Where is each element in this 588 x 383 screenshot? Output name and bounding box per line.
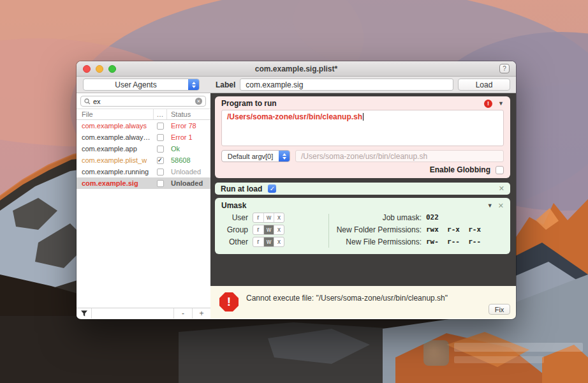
window-title: com.example.sig.plist* bbox=[77, 64, 516, 73]
list-row[interactable]: com.example.sigUnloaded bbox=[77, 177, 210, 189]
list-row[interactable]: com.example.appOk bbox=[77, 143, 210, 154]
argv-input[interactable]: /Users/soma-zone/usr/bin/cleanup.sh bbox=[295, 150, 504, 162]
row-checkbox-cell bbox=[153, 166, 167, 177]
segment-w[interactable]: w bbox=[263, 237, 274, 246]
main-panel: Program to run ! ▼ /Users/soma-zone/usr/… bbox=[210, 93, 516, 319]
divider bbox=[328, 214, 329, 248]
row-status: Ok bbox=[167, 145, 210, 153]
segment-w[interactable]: w bbox=[263, 213, 274, 222]
remove-job-button[interactable]: - bbox=[173, 308, 192, 319]
list-header[interactable]: File … Status bbox=[77, 109, 210, 120]
program-to-run-section: Program to run ! ▼ /Users/soma-zone/usr/… bbox=[215, 96, 510, 178]
help-icon[interactable]: ? bbox=[499, 64, 510, 73]
argv-popup[interactable]: Default argv[0] bbox=[221, 150, 290, 162]
row-checkbox[interactable] bbox=[157, 180, 164, 187]
column-header-status[interactable]: Status bbox=[167, 110, 210, 118]
argv-popup-label: Default argv[0] bbox=[222, 153, 279, 160]
column-header-file[interactable]: File bbox=[77, 110, 153, 118]
close-section-icon[interactable]: ✕ bbox=[498, 202, 504, 210]
row-status: Unloaded bbox=[167, 179, 210, 187]
list-row[interactable]: com.example.alwaysError 78 bbox=[77, 120, 210, 131]
umask-row-group: Grouprwx bbox=[221, 225, 322, 234]
segment-x[interactable]: x bbox=[274, 225, 284, 234]
row-checkbox-cell bbox=[153, 143, 167, 154]
segment-x[interactable]: x bbox=[274, 213, 284, 222]
column-header-check[interactable]: … bbox=[153, 109, 167, 119]
row-status: Error 1 bbox=[167, 133, 210, 141]
info-label: New File Permissions: bbox=[335, 237, 422, 246]
disclosure-triangle-icon[interactable]: ▼ bbox=[498, 100, 504, 107]
error-message: Cannot execute file: "/Users/soma-zone/u… bbox=[246, 294, 448, 303]
user-agents-popup-label: User Agents bbox=[84, 80, 188, 89]
info-value: rwx r-x r-x bbox=[426, 225, 504, 234]
row-file-name: com.example.always bbox=[77, 122, 153, 130]
rwx-segmented-control: rwx bbox=[253, 237, 284, 247]
error-badge-icon: ! bbox=[484, 100, 492, 108]
label-input[interactable]: com.example.sig bbox=[240, 79, 453, 91]
segment-r[interactable]: r bbox=[253, 225, 263, 234]
umask-info-row: New Folder Permissions:rwx r-x r-x bbox=[335, 225, 504, 234]
info-value: rw- r-- r-- bbox=[426, 237, 504, 246]
row-checkbox[interactable] bbox=[157, 146, 164, 153]
row-checkbox[interactable]: ✓ bbox=[157, 157, 164, 164]
info-label: Job umask: bbox=[335, 213, 422, 222]
segment-x[interactable]: x bbox=[274, 237, 284, 246]
list-row[interactable]: com.example.alway…Error 1 bbox=[77, 131, 210, 143]
umask-row-label: Other bbox=[221, 237, 248, 246]
umask-segments: UserrwxGrouprwxOtherrwx bbox=[221, 213, 322, 249]
segment-r[interactable]: r bbox=[253, 237, 263, 246]
rwx-segmented-control: rwx bbox=[253, 225, 284, 235]
segment-w[interactable]: w bbox=[263, 225, 274, 234]
run-at-load-checkbox[interactable]: ✓ bbox=[268, 184, 276, 193]
add-job-button[interactable]: + bbox=[192, 308, 210, 319]
error-bar: ! Cannot execute file: "/Users/soma-zone… bbox=[210, 286, 516, 319]
umask-row-label: Group bbox=[221, 225, 248, 234]
close-section-icon[interactable]: ✕ bbox=[499, 184, 504, 193]
row-checkbox-cell bbox=[153, 177, 167, 189]
file-list: com.example.alwaysError 78com.example.al… bbox=[77, 120, 210, 189]
row-status: Unloaded bbox=[167, 168, 210, 176]
sidebar-footer: - + bbox=[77, 308, 210, 319]
umask-info-row: Job umask:022 bbox=[335, 213, 504, 222]
enable-globbing-checkbox[interactable] bbox=[496, 166, 504, 174]
sidebar-spacer bbox=[77, 189, 210, 308]
panel-spacer bbox=[215, 254, 510, 286]
segment-r[interactable]: r bbox=[253, 213, 263, 222]
row-file-name: com.example.app bbox=[77, 145, 153, 153]
rwx-segmented-control: rwx bbox=[253, 213, 284, 223]
row-checkbox[interactable] bbox=[157, 123, 164, 130]
info-label: New Folder Permissions: bbox=[335, 225, 422, 234]
load-button[interactable]: Load bbox=[458, 79, 510, 91]
row-checkbox[interactable] bbox=[157, 169, 164, 176]
run-at-load-section: Run at load ✓ ✕ bbox=[215, 183, 510, 195]
row-file-name: com.example.running bbox=[77, 168, 153, 176]
list-row[interactable]: com.example.plist_w✓58608 bbox=[77, 154, 210, 166]
titlebar[interactable]: com.example.sig.plist* ? bbox=[77, 61, 516, 77]
filter-button[interactable] bbox=[77, 308, 92, 319]
list-row[interactable]: com.example.runningUnloaded bbox=[77, 166, 210, 177]
row-status: Error 78 bbox=[167, 122, 210, 130]
fix-button[interactable]: Fix bbox=[489, 304, 510, 315]
app-window: com.example.sig.plist* ? User Agents Lab… bbox=[77, 61, 516, 319]
row-checkbox[interactable] bbox=[157, 134, 164, 141]
search-value: ex bbox=[93, 98, 195, 105]
search-icon bbox=[84, 98, 91, 105]
row-file-name: com.example.plist_w bbox=[77, 156, 153, 164]
stop-error-icon: ! bbox=[219, 292, 239, 312]
disclosure-triangle-icon[interactable]: ▼ bbox=[487, 202, 493, 209]
umask-section: Umask ▼ ✕ UserrwxGrouprwxOtherrwx Job um… bbox=[215, 198, 510, 254]
toolbar: User Agents Label com.example.sig Load bbox=[77, 77, 516, 93]
filter-funnel-icon bbox=[80, 310, 88, 317]
program-section-title: Program to run bbox=[221, 99, 277, 108]
user-agents-popup[interactable]: User Agents bbox=[83, 79, 200, 91]
clear-search-icon[interactable]: ✕ bbox=[195, 98, 202, 105]
row-file-name: com.example.sig bbox=[77, 179, 153, 187]
footer-field bbox=[92, 308, 173, 319]
row-checkbox-cell bbox=[153, 120, 167, 131]
program-path-textarea[interactable]: /Users/soma-zone/usr/bin/cleanup.sh bbox=[221, 110, 504, 146]
info-value: 022 bbox=[426, 213, 504, 222]
label-caption: Label bbox=[216, 80, 235, 89]
umask-section-title: Umask bbox=[221, 201, 246, 210]
umask-row-user: Userrwx bbox=[221, 213, 322, 222]
search-input[interactable]: ex ✕ bbox=[80, 96, 206, 107]
